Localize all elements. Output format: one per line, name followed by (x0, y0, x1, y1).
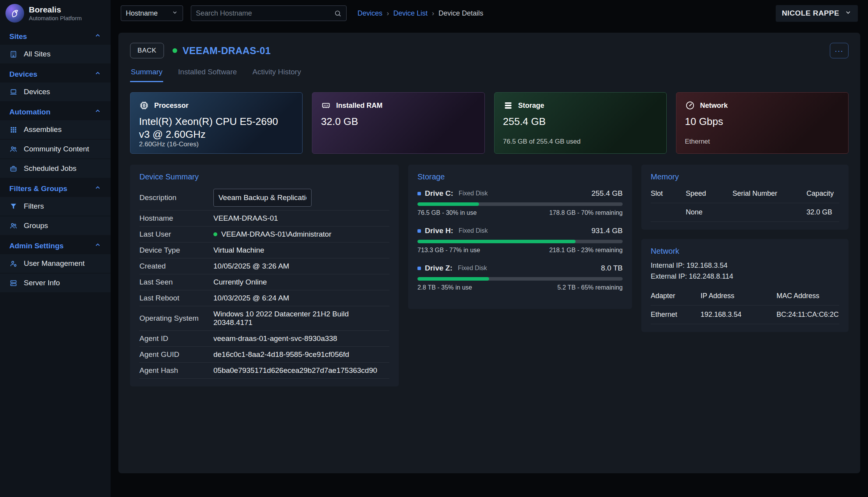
row-value: Virtual Machine (213, 246, 264, 255)
user-name: NICOLE RAPPE (782, 9, 839, 18)
card-subtext: 2.60GHz (16-Cores) (139, 140, 294, 148)
more-options-button[interactable]: ... (830, 43, 849, 58)
tab-bar: Summary Installed Software Activity Hist… (130, 65, 849, 82)
column-header: Serial Number (732, 184, 806, 203)
sidebar-item-devices[interactable]: Devices (0, 83, 111, 101)
storage-panel: Storage Drive C: Fixed Disk 255.4 GB (408, 165, 632, 309)
drive-name: Drive H: (425, 227, 453, 235)
sidebar: Borealis Automation Platform Sites All S… (0, 0, 111, 497)
network-panel: Network Internal IP: 192.168.3.54 Extern… (641, 239, 849, 332)
people-icon (9, 145, 18, 153)
sidebar-item-community-content[interactable]: Community Content (0, 140, 111, 158)
sidebar-section-automation[interactable]: Automation (0, 102, 111, 120)
card-value: 255.4 GB (503, 115, 658, 128)
drive-remaining-text: 218.1 GB - 23% remaining (549, 247, 623, 254)
breadcrumb-devices[interactable]: Devices (357, 9, 382, 18)
sidebar-item-assemblies[interactable]: Assemblies (0, 120, 111, 139)
sidebar-item-user-management[interactable]: User Management (0, 254, 111, 273)
sidebar-section-devices[interactable]: Devices (0, 64, 111, 83)
drive-name: Drive Z: (425, 264, 452, 272)
drive-usage-bar (417, 277, 623, 281)
row-value: VEEAM-DRAAS-01 (213, 214, 278, 223)
chevron-down-icon (845, 9, 852, 18)
drive-used-text: 2.8 TB - 35% in use (417, 284, 472, 291)
tab-summary[interactable]: Summary (130, 65, 163, 82)
table-cell: 192.168.3.54 (701, 306, 776, 324)
row-label: Operating System (139, 314, 213, 323)
section-label: Devices (9, 70, 37, 79)
chevron-down-icon (172, 9, 178, 18)
card-subtext (321, 138, 475, 146)
panel-title: Memory (651, 172, 839, 181)
briefcase-icon (9, 165, 18, 173)
breadcrumb: Devices › Device List › Device Details (357, 9, 483, 18)
sidebar-section-sites[interactable]: Sites (0, 26, 111, 45)
sidebar-item-label: Groups (24, 221, 48, 230)
sidebar-item-label: Community Content (24, 145, 89, 153)
summary-row-agent-id: Agent ID veeam-draas-01-agent-svc-8930a3… (139, 331, 389, 347)
row-value: 10/03/2025 @ 6:24 AM (213, 294, 289, 302)
chevron-up-icon (94, 70, 101, 79)
drive-type: Fixed Disk (458, 265, 487, 272)
summary-row-operating-system: Operating System Windows 10 2022 Datacen… (139, 306, 389, 331)
user-menu[interactable]: NICOLE RAPPE (776, 5, 858, 22)
drive-bullet-icon (417, 229, 421, 233)
row-label: Device Type (139, 246, 213, 255)
page-title: VEEAM-DRAAS-01 (183, 45, 271, 56)
drive-name: Drive C: (425, 189, 453, 198)
section-label: Admin Settings (9, 242, 63, 250)
search-input[interactable] (196, 9, 334, 18)
drive-remaining-text: 5.2 TB - 65% remaining (557, 284, 623, 291)
section-label: Filters & Groups (9, 184, 67, 193)
card-value: 10 Gbps (685, 115, 840, 128)
description-input[interactable] (213, 189, 312, 207)
row-label: Last Reboot (139, 294, 213, 302)
tab-activity-history[interactable]: Activity History (252, 65, 302, 82)
summary-row-agent-guid: Agent GUID de16c0c1-8aa2-4d18-9585-9ce91… (139, 347, 389, 363)
user-gear-icon (9, 260, 18, 268)
processor-card: Processor Intel(R) Xeon(R) CPU E5-2690 v… (130, 92, 303, 154)
sidebar-section-filters-groups[interactable]: Filters & Groups (0, 179, 111, 197)
building-icon (9, 50, 18, 58)
drive-usage-bar (417, 240, 623, 243)
back-button[interactable]: BACK (130, 43, 164, 58)
sidebar-item-scheduled-jobs[interactable]: Scheduled Jobs (0, 159, 111, 178)
summary-row-hostname: Hostname VEEAM-DRAAS-01 (139, 211, 389, 227)
breadcrumb-current: Device Details (438, 9, 483, 18)
chevron-up-icon (94, 241, 101, 250)
row-value: de16c0c1-8aa2-4d18-9585-9ce91cf056fd (213, 350, 349, 359)
sidebar-item-groups[interactable]: Groups (0, 216, 111, 235)
tab-installed-software[interactable]: Installed Software (177, 65, 238, 82)
drive-h-block: Drive H: Fixed Disk 931.4 GB 713.3 GB - … (417, 227, 623, 254)
sidebar-item-all-sites[interactable]: All Sites (0, 45, 111, 63)
people-icon (9, 222, 18, 230)
hostname-filter-dropdown[interactable]: Hostname (121, 5, 183, 21)
grid-icon (9, 126, 18, 134)
app-name: Borealis (29, 5, 82, 14)
chevron-up-icon (94, 32, 101, 41)
row-label: Agent Hash (139, 366, 213, 375)
row-label: Last Seen (139, 278, 213, 286)
sidebar-item-server-info[interactable]: Server Info (0, 274, 111, 292)
table-cell (651, 203, 686, 222)
breadcrumb-separator: › (387, 9, 389, 18)
chevron-up-icon (94, 107, 101, 116)
sidebar-section-admin-settings[interactable]: Admin Settings (0, 236, 111, 254)
table-cell: BC:24:11:CA:C6:2C (776, 306, 839, 324)
table-cell: None (686, 203, 732, 222)
sidebar-item-filters[interactable]: Filters (0, 197, 111, 216)
network-card: Network 10 Gbps Ethernet (676, 92, 849, 154)
table-cell (732, 203, 806, 222)
laptop-icon (9, 88, 18, 96)
summary-row-created: Created 10/05/2025 @ 3:26 AM (139, 258, 389, 274)
internal-ip: Internal IP: 192.168.3.54 (651, 260, 839, 271)
row-value: 10/05/2025 @ 3:26 AM (213, 262, 289, 270)
summary-row-last-seen: Last Seen Currently Online (139, 274, 389, 290)
breadcrumb-device-list[interactable]: Device List (393, 9, 428, 18)
device-details-panel: BACK VEEAM-DRAAS-01 ... Summary Installe… (118, 33, 860, 473)
drive-bullet-icon (417, 267, 421, 270)
row-label: Agent ID (139, 334, 213, 343)
borealis-logo (5, 4, 24, 23)
column-header: Speed (686, 184, 732, 203)
memory-panel: Memory Slot Speed Serial Number Capacity… (641, 165, 849, 230)
